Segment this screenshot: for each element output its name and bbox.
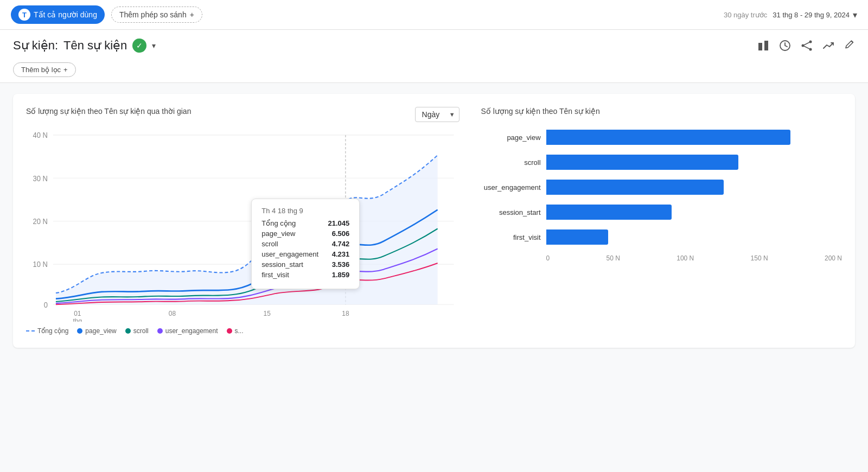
clock-icon[interactable]	[779, 40, 791, 52]
svg-rect-1	[764, 41, 768, 50]
edit-icon[interactable]	[844, 40, 855, 51]
svg-text:thg: thg	[73, 317, 82, 322]
left-chart-header: Số lượng sự kiện theo Tên sự kiện qua th…	[26, 107, 459, 124]
tooltip-value-engagement: 4.231	[332, 250, 350, 258]
bar-track-firstvisit	[546, 229, 842, 245]
main-content: Số lượng sự kiện theo Tên sự kiện qua th…	[0, 83, 868, 369]
bar-fill-scroll	[546, 155, 739, 170]
tooltip-value-total: 21.045	[328, 219, 349, 227]
svg-point-4	[802, 44, 805, 47]
svg-line-7	[804, 46, 809, 49]
tooltip-label-total: Tổng cộng	[261, 219, 296, 227]
legend-dot-engagement	[157, 328, 163, 334]
bar-row-engagement: user_engagement	[481, 180, 842, 195]
compare-button[interactable]: Thêm phép so sánh +	[111, 7, 202, 23]
svg-text:10 N: 10 N	[33, 260, 48, 269]
bar-row-firstvisit: first_visit	[481, 229, 842, 245]
svg-text:40 N: 40 N	[33, 131, 48, 139]
tooltip-date: Th 4 18 thg 9	[261, 207, 349, 215]
legend-dashed-icon	[26, 330, 35, 331]
bar-chart-x-axis: 0 50 N 100 N 150 N 200 N	[481, 254, 842, 262]
tooltip-label-engagement: user_engagement	[261, 250, 318, 258]
bar-track-pageview	[546, 130, 842, 145]
bar-chart-area: page_view scroll user_engagement	[481, 124, 842, 262]
day-select[interactable]: Ngày Tuần Tháng	[415, 107, 459, 122]
svg-rect-0	[758, 43, 762, 50]
tooltip-value-scroll: 4.742	[332, 240, 350, 248]
tooltip-box: Th 4 18 thg 9 Tổng cộng 21.045 page_view…	[251, 199, 360, 289]
title-dropdown-icon[interactable]: ▾	[152, 41, 156, 50]
legend-item-total: Tổng cộng	[26, 327, 68, 335]
legend-item-pageview: page_view	[77, 327, 116, 335]
avatar: T	[18, 9, 30, 21]
svg-point-3	[809, 41, 812, 43]
tooltip-row-firstvisit: first_visit 1.859	[261, 271, 349, 279]
line-chart-area: 40 N 30 N 20 N 10 N 0	[26, 126, 459, 322]
legend-dot-other	[227, 328, 232, 334]
legend-label-scroll: scroll	[133, 327, 149, 335]
tooltip-row-session: session_start 3.536	[261, 260, 349, 269]
legend-item-other: s...	[227, 327, 244, 335]
tooltip-label-scroll: scroll	[261, 240, 278, 248]
legend-item-engagement: user_engagement	[157, 327, 218, 335]
chart-legend: Tổng cộng page_view scroll user_engageme…	[26, 327, 459, 335]
x-label-200: 200 N	[825, 254, 842, 262]
svg-text:01: 01	[74, 310, 81, 317]
add-filter-button[interactable]: Thêm bộ lọc +	[13, 62, 76, 77]
bar-fill-session	[546, 205, 672, 220]
bar-track-scroll	[546, 155, 842, 170]
tooltip-row-scroll: scroll 4.742	[261, 240, 349, 248]
trend-icon[interactable]	[822, 40, 834, 52]
page-title-row: Sự kiện: Tên sự kiện ✓ ▾	[13, 39, 855, 57]
chevron-down-icon: ▾	[853, 10, 857, 20]
bar-label-pageview: page_view	[481, 133, 541, 142]
x-label-0: 0	[546, 254, 550, 262]
svg-point-5	[809, 48, 812, 51]
bar-row-scroll: scroll	[481, 155, 842, 170]
tooltip-value-firstvisit: 1.859	[332, 271, 350, 279]
svg-text:15: 15	[264, 310, 271, 317]
user-chip[interactable]: T Tất cả người dùng	[11, 5, 105, 24]
plus-icon: +	[190, 10, 194, 19]
verified-icon: ✓	[132, 39, 146, 53]
legend-dot-scroll	[125, 328, 131, 334]
header-actions	[757, 40, 855, 52]
share-icon[interactable]	[801, 40, 813, 52]
user-chip-label: Tất cả người dùng	[34, 10, 97, 19]
right-chart: Số lượng sự kiện theo Tên sự kiện page_v…	[481, 107, 842, 335]
bar-label-scroll: scroll	[481, 158, 541, 167]
tooltip-row-engagement: user_engagement 4.231	[261, 250, 349, 258]
bar-fill-engagement	[546, 180, 724, 195]
right-chart-title: Số lượng sự kiện theo Tên sự kiện	[481, 107, 842, 116]
compare-label: Thêm phép so sánh	[119, 10, 187, 19]
left-chart: Số lượng sự kiện theo Tên sự kiện qua th…	[26, 107, 459, 335]
svg-text:30 N: 30 N	[33, 174, 48, 182]
top-bar-left: T Tất cả người dùng Thêm phép so sánh +	[11, 5, 202, 24]
add-filter-icon: +	[63, 66, 68, 74]
tooltip-value-pageview: 6.506	[332, 229, 350, 238]
bar-label-firstvisit: first_visit	[481, 233, 541, 241]
svg-line-6	[804, 42, 809, 45]
bar-row-session: session_start	[481, 205, 842, 220]
svg-text:0: 0	[44, 301, 48, 309]
day-select-wrapper[interactable]: Ngày Tuần Tháng	[415, 107, 459, 122]
page-title: Sự kiện: Tên sự kiện ✓ ▾	[13, 39, 156, 53]
title-main: Tên sự kiện	[63, 39, 127, 53]
legend-dot-pageview	[77, 328, 82, 334]
top-bar: T Tất cả người dùng Thêm phép so sánh + …	[0, 0, 868, 30]
compare-bars-icon[interactable]	[757, 40, 769, 52]
tooltip-row-total: Tổng cộng 21.045	[261, 219, 349, 227]
date-range-selector[interactable]: 30 ngày trước 31 thg 8 - 29 thg 9, 2024 …	[724, 10, 857, 20]
tooltip-label-firstvisit: first_visit	[261, 271, 289, 279]
legend-label-pageview: page_view	[85, 327, 116, 335]
bar-label-engagement: user_engagement	[481, 183, 541, 192]
tooltip-label-pageview: page_view	[261, 229, 295, 238]
x-label-150: 150 N	[751, 254, 768, 262]
svg-text:18: 18	[342, 310, 349, 317]
legend-label-other: s...	[235, 327, 244, 335]
title-prefix: Sự kiện:	[13, 39, 58, 53]
bar-row-pageview: page_view	[481, 130, 842, 145]
legend-label-total: Tổng cộng	[37, 327, 68, 335]
tooltip-label-session: session_start	[261, 260, 303, 269]
filter-row: Thêm bộ lọc +	[13, 57, 855, 82]
